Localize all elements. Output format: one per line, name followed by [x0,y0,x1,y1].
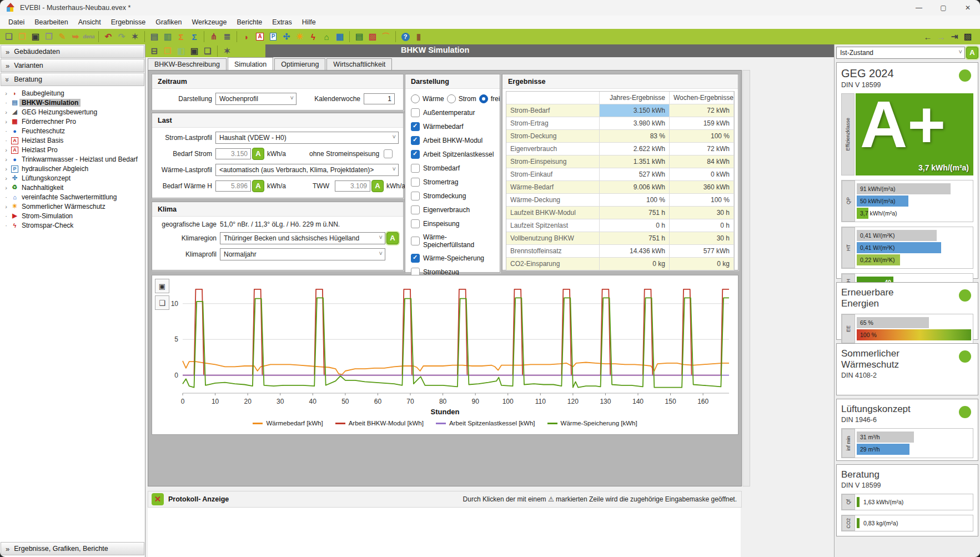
tree-expander-icon[interactable]: › [2,156,10,163]
jahres-value-cell[interactable]: 9.006 kWh [600,181,670,194]
sidebar-section-varianten[interactable]: »Varianten [1,59,144,72]
radio-frei[interactable] [479,94,488,103]
maximize-button[interactable]: ▢ [931,0,956,16]
checkbox[interactable] [411,219,420,228]
close-button[interactable]: ✕ [956,0,980,16]
radio-wärme[interactable] [411,94,420,103]
checkbox[interactable] [411,205,420,214]
report-chart-icon[interactable]: ▨ [366,31,379,43]
auto-value-button[interactable]: A [371,180,384,192]
ventilation-fan-icon[interactable]: ✣ [280,31,293,43]
tree-expander-icon[interactable]: › [2,184,10,191]
wochen-value-cell[interactable]: 84 kWh [670,155,734,168]
checkbox-row-eigenverbrauch[interactable]: Eigenverbrauch [411,205,494,214]
wochen-value-cell[interactable]: 100 % [670,194,734,207]
db-export-icon[interactable]: ⊟ [148,45,161,57]
wochen-value-cell[interactable]: 0 kWh [670,168,734,181]
nav-back-icon[interactable]: ← [921,31,934,43]
tree-expander-icon[interactable]: › [2,165,10,172]
menu-grafiken[interactable]: Grafiken [150,17,187,28]
checkbox-row-wärme-speicherung[interactable]: Wärme-Speicherung [411,254,494,263]
checkbox[interactable] [411,178,420,187]
tree-expander-icon[interactable]: › [2,90,10,97]
undo-icon[interactable]: ↶ [102,31,115,43]
close-protokoll-icon[interactable]: ✕ [152,493,164,505]
bhkw-module-icon[interactable]: ▦ [333,31,346,43]
wochen-value-cell[interactable]: 100 % [670,130,734,143]
protocol-settings-icon[interactable]: ▨ [961,31,974,43]
radio-strom[interactable] [447,94,456,103]
wochen-value-cell[interactable]: 0 kg [670,258,734,270]
jahres-value-cell[interactable]: 3.980 kWh [600,117,670,130]
jahres-value-cell[interactable]: 100 % [600,194,670,207]
wizard-icon[interactable]: ✶ [128,31,142,43]
ohne-einspeisung-checkbox[interactable] [384,149,393,158]
jahres-value-cell[interactable]: 751 h [600,207,670,219]
wochen-value-cell[interactable]: 577 kWh [670,245,734,258]
jahres-value-cell[interactable]: 14.436 kWh [600,245,670,258]
sidebar-item-nachhaltigkeit[interactable]: ›♻Nachhaltigkeit [0,183,145,192]
menu-ansicht[interactable]: Ansicht [73,17,106,28]
sidebar-section-beratung[interactable]: »Beratung [1,73,144,86]
strom-bolt-icon[interactable]: ϟ [306,31,320,43]
sidebar-section-gebäudedaten[interactable]: »Gebäudedaten [1,45,144,58]
new-file-icon[interactable]: ❏ [2,31,16,43]
auto-variant-button[interactable]: A [966,47,978,59]
sidebar-item-vereinfachte-sachwertermittlung[interactable]: ·⌂vereinfachte Sachwertermittlung [0,192,145,202]
hydraulik-p-icon[interactable]: P [267,31,280,43]
klimaprofil-dropdown[interactable]: Normaljahr ˅ [220,248,385,260]
bedarf-waerme-input[interactable] [215,180,251,192]
jahres-value-cell[interactable]: 83 % [600,130,670,143]
sum-variants-icon[interactable]: Σ [188,31,201,43]
wizard2-icon[interactable]: ✶ [220,45,234,57]
wochen-value-cell[interactable]: 72 kWh [670,143,734,155]
nav-last-icon[interactable]: ⇥ [948,31,961,43]
copy-icon[interactable]: ❐ [42,31,56,43]
tree-expander-icon[interactable]: › [2,175,10,182]
variant-dropdown[interactable]: Ist-Zustand ˅ [836,47,965,59]
tab-simulation[interactable]: Simulation [228,57,273,70]
sidebar-item-hydraulischer-abgleich[interactable]: ›Phydraulischer Abgleich [0,164,145,173]
jahres-value-cell[interactable]: 3.150 kWh [600,104,670,117]
tree-expander-icon[interactable]: › [2,203,10,210]
klimaregion-dropdown[interactable]: Thüringer Becken und sächsisches Hügella… [220,232,385,244]
report-document-icon[interactable]: ▤ [148,31,161,43]
wochen-value-cell[interactable]: 360 kWh [670,181,734,194]
jahres-value-cell[interactable]: 0 h [600,219,670,232]
checkbox[interactable] [411,108,420,117]
sidebar-item-stromspar-check[interactable]: ·ϟStromspar-Check [0,220,145,230]
kalenderwoche-input[interactable] [364,93,395,104]
checkbox[interactable] [411,122,420,131]
nav-forward-icon[interactable]: → [934,31,948,43]
tab-wirtschaftlichkeit[interactable]: Wirtschaftlichkeit [326,58,392,70]
exit-door-icon[interactable]: ▮ [412,31,425,43]
open-folder-icon[interactable]: ❒ [16,31,29,43]
menu-bearbeiten[interactable]: Bearbeiten [29,17,73,28]
tree-expander-icon[interactable]: › [2,109,10,116]
sidebar-item-lüftungskonzept[interactable]: ›✣Lüftungskonzept [0,173,145,183]
sidebar-item-bhkw-simulation[interactable]: ·▤BHKW-Simulation [0,98,145,107]
checkbox[interactable] [411,150,420,159]
menu-berichte[interactable]: Berichte [232,17,267,28]
tree-expander-icon[interactable]: › [2,147,10,153]
save-icon[interactable]: ▣ [29,31,42,43]
sidebar-item-strom-simulation[interactable]: ·▶Strom-Simulation [0,211,145,220]
wochen-value-cell[interactable]: 159 kWh [670,117,734,130]
bedarf-strom-input[interactable] [215,148,251,159]
sidebar-item-sommerlicher-wärmeschutz[interactable]: ›☀Sommerlicher Wärmeschutz [0,202,145,211]
import-variant-icon[interactable]: ➥ [69,31,82,43]
tree-expander-icon[interactable]: › [2,118,10,125]
house-energy-icon[interactable]: ⌂ [320,31,333,43]
checkbox[interactable] [411,192,420,200]
checkbox-row-stromertrag[interactable]: Stromertrag [411,178,494,187]
jahres-value-cell[interactable]: 1.351 kWh [600,155,670,168]
wochen-value-cell[interactable]: 72 kWh [670,104,734,117]
dena-export-icon[interactable]: dena [82,31,96,43]
checkbox[interactable] [411,136,420,145]
checkbox-row-strombedarf[interactable]: Strombedarf [411,164,494,173]
summer-sun-icon[interactable]: ☀ [293,31,306,43]
checkbox-row-wärme-speicherfüllstand[interactable]: Wärme-Speicherfüllstand [411,233,494,249]
menu-hilfe[interactable]: Hilfe [297,17,321,28]
strom-lastprofil-dropdown[interactable]: Haushalt (VDEW - H0) ˅ [215,132,399,144]
tab-optimierung[interactable]: Optimierung [274,58,325,70]
